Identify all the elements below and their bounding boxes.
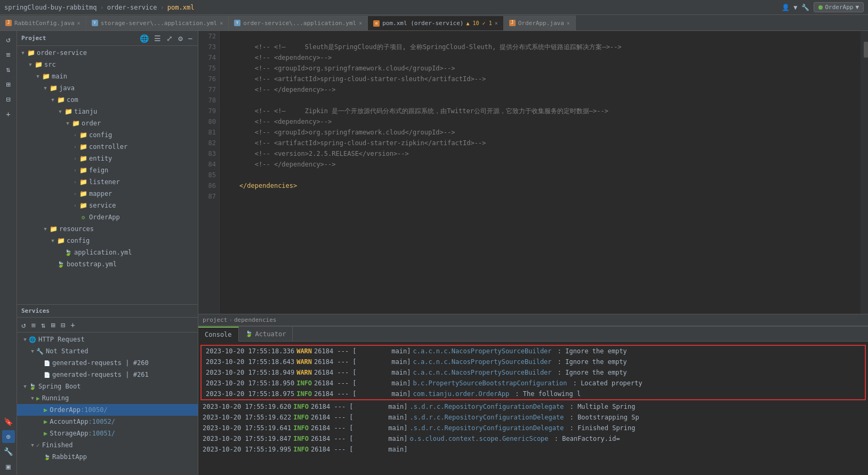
ln-82: 82	[202, 138, 216, 148]
svc-http-label: HTTP Request	[38, 336, 85, 343]
expand-icon-btn[interactable]: ⤢	[165, 34, 174, 43]
tree-application-yml[interactable]: 🍃 application.yml	[17, 247, 198, 258]
tree-orderapp[interactable]: ⚙ OrderApp	[17, 211, 198, 223]
svc-running[interactable]: ▼ ▶ Running	[17, 392, 198, 404]
svc-http-request[interactable]: ▼ 🌐 HTTP Request	[17, 334, 198, 345]
log-class-6: .s.d.r.c.RepositoryConfigurationDelegate	[409, 401, 564, 412]
tab-close-storage[interactable]: ×	[220, 20, 223, 26]
svc-not-started[interactable]: ▼ 🔧 Not Started	[17, 345, 198, 357]
settings-icon[interactable]: 🔧	[801, 4, 809, 11]
services-panel: Services ↺ ≡ ⇅ ⊞ ⊟ + ▼ 🌐 HTTP Request	[17, 304, 198, 475]
svc-accountapp[interactable]: ▶ AccountApp :10052/	[17, 416, 198, 428]
tree-order-service[interactable]: ▼ 📁 order-service	[17, 47, 198, 59]
tree-service[interactable]: › 📁 service	[17, 200, 198, 211]
tab-storage-yaml[interactable]: Y storage-server\...application.yml ×	[86, 15, 229, 30]
highlighted-log-block: 2023-10-20 17:55:18.336 WARN 26184 --- […	[200, 345, 866, 400]
add-button[interactable]: +	[2, 108, 15, 121]
svc-add-btn[interactable]: +	[69, 321, 76, 329]
settings-btn[interactable]: ⚙	[177, 34, 183, 43]
tree-main[interactable]: ▼ 📁 main	[17, 70, 198, 82]
code-line-85	[224, 170, 856, 180]
tab-order-yaml[interactable]: Y order-service\...application.yml ×	[229, 15, 368, 30]
tree-java[interactable]: ▼ 📁 java	[17, 82, 198, 94]
minimize-btn[interactable]: −	[187, 34, 194, 43]
svc-group-btn[interactable]: ⊞	[50, 321, 56, 329]
log-class-5: com.tianju.order.OrderApp	[413, 389, 509, 399]
svc-finished[interactable]: ▼ ✓ Finished	[17, 439, 198, 451]
orderapp-button[interactable]: OrderApp ▼	[814, 2, 864, 12]
svc-storageapp[interactable]: ▶ StorageApp :10051/	[17, 428, 198, 439]
log-pid-9: 26184 --- [	[311, 433, 353, 444]
svc-filter-btn[interactable]: ⊟	[60, 321, 66, 329]
svc-sort-btn[interactable]: ⇅	[40, 321, 46, 329]
svc-rabbitapp[interactable]: 🍃 RabbitApp	[17, 451, 198, 463]
console-panel: Console 🍃 Actuator 2023-10-20 17:55:18.3…	[198, 326, 868, 475]
tab-close-orderapp[interactable]: ×	[567, 20, 570, 26]
tab-close-order-yaml[interactable]: ×	[359, 20, 362, 26]
user-menu-button[interactable]: 👤 ▼	[782, 4, 797, 11]
filter-button[interactable]: ⊟	[2, 93, 15, 106]
code-lines[interactable]: <!-- <!– Sleuth是SpringCloud的子项目, 全称Sprin…	[220, 31, 861, 314]
layout-button[interactable]: ▣	[2, 460, 15, 473]
tab-label-orderapp: OrderApp.java	[518, 20, 564, 27]
svc-refresh-btn[interactable]: ↺	[20, 321, 27, 329]
breadcrumb-sep2: ›	[160, 4, 164, 11]
java-icon-orderapp: J	[509, 20, 516, 26]
arrow-resources: ▼	[42, 226, 49, 232]
log-pid-2: 26184 --- [	[314, 357, 356, 367]
tree-src[interactable]: ▼ 📁 src	[17, 59, 198, 70]
svc-generated-260[interactable]: 📄 generated-requests | #260	[17, 357, 198, 369]
align-button[interactable]: ≡	[2, 48, 15, 61]
console-tab-label: Console	[205, 331, 232, 338]
tab-close-rabbit[interactable]: ×	[77, 20, 81, 26]
tree-resources[interactable]: ▼ 📁 resources	[17, 223, 198, 235]
sidebar-title: Project	[21, 35, 46, 42]
svc-spring-boot[interactable]: ▼ 🍃 Spring Boot	[17, 381, 198, 392]
tree-entity[interactable]: › 📁 entity	[17, 153, 198, 164]
services-title: Services	[21, 307, 50, 314]
svc-align-btn[interactable]: ≡	[30, 321, 36, 329]
globe-icon-btn[interactable]: 🌐	[139, 34, 150, 43]
log-thread-4	[359, 378, 390, 389]
log-line-8: 2023-10-20 17:55:19.641 INFO 26184 --- […	[198, 423, 868, 433]
structure-button[interactable]: ⊕	[2, 430, 15, 443]
wrench-button[interactable]: 🔧	[2, 445, 15, 458]
arrow-config2: ▼	[49, 238, 57, 243]
tree-tianju[interactable]: ▼ 📁 tianju	[17, 106, 198, 117]
console-tab-actuator[interactable]: 🍃 Actuator	[239, 327, 293, 342]
console-tab-console[interactable]: Console	[198, 327, 239, 342]
group-button[interactable]: ⊞	[2, 78, 15, 91]
tree-config[interactable]: › 📁 config	[17, 129, 198, 141]
tree-order[interactable]: ▼ 📁 order	[17, 117, 198, 129]
tab-orderapp-java[interactable]: J OrderApp.java ×	[504, 15, 576, 30]
arrow-config: ›	[71, 132, 79, 138]
log-sep-1: : Ignore the empty	[554, 346, 627, 357]
tree-listener[interactable]: › 📁 listener	[17, 176, 198, 188]
log-msg-8: : Finished Spring	[566, 423, 635, 433]
tree-feign[interactable]: › 📁 feign	[17, 164, 198, 176]
tab-pom-xml[interactable]: m pom.xml (order-service) ▲ 10 ✓ 1 ×	[368, 15, 504, 30]
breadcrumb-project: springCloud-buy-rabbitmq	[4, 4, 97, 11]
tab-close-pom[interactable]: ×	[495, 20, 498, 26]
tree-com[interactable]: ▼ 📁 com	[17, 94, 198, 106]
tree-controller[interactable]: › 📁 controller	[17, 141, 198, 153]
list-icon-btn[interactable]: ☰	[153, 34, 162, 43]
log-time-7: 2023-10-20 17:55:19.622	[203, 412, 291, 423]
tree-label-config: config	[89, 131, 112, 139]
sort-button[interactable]: ⇅	[2, 63, 15, 76]
svc-orderapp[interactable]: ▶ OrderApp :10050/	[17, 404, 198, 416]
bookmark-button[interactable]: 🔖	[2, 415, 15, 428]
tree-mapper[interactable]: › 📁 mapper	[17, 188, 198, 200]
refresh-button[interactable]: ↺	[2, 33, 15, 46]
scrollbar-indicator[interactable]	[864, 42, 868, 58]
tree-config2[interactable]: ▼ 📁 config	[17, 235, 198, 247]
svc-orderapp-port: :10050/	[81, 406, 108, 414]
tree-label-service: service	[89, 202, 116, 209]
tree-bootstrap-yml[interactable]: 🍃 bootstrap.yml	[17, 258, 198, 270]
tab-rabbit-config[interactable]: J RabbitConfig.java ×	[0, 15, 86, 30]
log-level-2: WARN	[296, 357, 312, 367]
arrow-service: ›	[71, 203, 79, 208]
log-time-2: 2023-10-20 17:55:18.643	[206, 357, 294, 367]
log-sep-5: : The following l	[511, 389, 581, 399]
svc-generated-261[interactable]: 📄 generated-requests | #261	[17, 369, 198, 381]
